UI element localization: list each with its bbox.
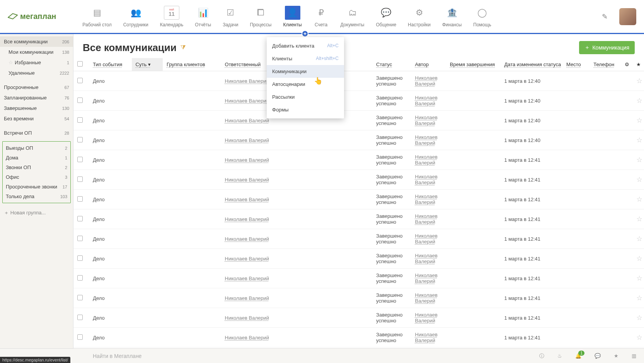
author-link[interactable]: Николаев Валерий [415,134,438,146]
sidebar-item[interactable]: Выезды ОП2 [3,143,70,153]
responsible-link[interactable]: Николаев Валерий [225,236,269,242]
responsible-link[interactable]: Николаев Валерий [225,295,269,301]
star-icon[interactable]: ☆ [636,235,642,243]
col-status[interactable]: Статус [372,58,411,71]
nav-Помощь[interactable]: ◯Помощь [470,4,494,29]
row-checkbox[interactable] [77,78,83,83]
select-all-checkbox[interactable] [77,61,83,67]
responsible-link[interactable]: Николаев Валерий [225,197,269,202]
author-link[interactable]: Николаев Валерий [415,272,438,284]
responsible-link[interactable]: Николаев Валерий [225,177,269,183]
chat-icon[interactable]: 💬 [595,353,601,359]
responsible-link[interactable]: Николаев Валерий [225,276,269,281]
add-communication-button[interactable]: ＋ Коммуникация [579,41,635,54]
sidebar-item[interactable]: Просроченные67 [0,82,73,92]
alert-icon[interactable]: ⓘ [539,353,544,360]
filter-icon[interactable]: ⧩ [181,44,186,51]
sidebar-item[interactable]: Встречи ОП28 [0,128,73,138]
table-row[interactable]: ДелоНиколаев ВалерийЗавершено успешноНик… [73,150,644,170]
responsible-link[interactable]: Николаев Валерий [225,137,269,143]
dropdown-item[interactable]: КлиентыAlt+shift+C [267,52,344,65]
nav-Задачи[interactable]: ☑Задачи [220,4,241,29]
table-row[interactable]: ДелоНиколаев ВалерийЗавершено успешноНик… [73,111,644,130]
edit-icon[interactable]: ✎ [602,12,608,21]
row-checkbox[interactable] [77,236,83,241]
fire-icon[interactable]: ♨ [557,353,562,359]
table-row[interactable]: ДелоНиколаев ВалерийЗавершено успешноНик… [73,288,644,308]
nav-Настройки[interactable]: ⚙Настройки [405,4,434,29]
col-status-date[interactable]: Дата изменения статуса [500,58,562,71]
dropdown-item[interactable]: Рассылки [267,91,344,103]
responsible-link[interactable]: Николаев Валерий [225,78,269,84]
sidebar-item[interactable]: Запланированные76 [0,92,73,103]
table-row[interactable]: ДелоНиколаев ВалерийЗавершено успешноНик… [73,71,644,91]
sidebar-item[interactable]: Офис3 [3,172,70,182]
row-checkbox[interactable] [77,275,83,281]
row-checkbox[interactable] [77,176,83,182]
avatar[interactable] [619,8,636,25]
author-link[interactable]: Николаев Валерий [415,332,438,343]
author-link[interactable]: Николаев Валерий [415,213,438,225]
table-row[interactable]: ДелоНиколаев ВалерийЗавершено успешноНик… [73,328,644,348]
star-icon[interactable]: ☆ [636,156,642,164]
star-icon[interactable]: ☆ [636,116,642,124]
responsible-link[interactable]: Николаев Валерий [225,118,269,123]
author-link[interactable]: Николаев Валерий [415,292,438,304]
book-icon[interactable]: ▥ [632,353,636,359]
table-row[interactable]: ДелоНиколаев ВалерийЗавершено успешноНик… [73,229,644,249]
col-place[interactable]: Место [562,58,589,71]
star-col-icon[interactable]: ★ [632,58,644,71]
row-checkbox[interactable] [77,255,83,261]
nav-plus-badge[interactable]: + [302,30,308,37]
sidebar-add-group[interactable]: ＋ Новая группа... [0,206,73,219]
row-checkbox[interactable] [77,315,83,320]
sidebar-item[interactable]: Только дела103 [3,192,70,201]
nav-Отчёты[interactable]: 📊Отчёты [192,4,214,29]
row-checkbox[interactable] [77,216,83,221]
nav-Счета[interactable]: ₽Счета [310,4,332,29]
table-row[interactable]: ДелоНиколаев ВалерийЗавершено успешноНик… [73,269,644,288]
row-checkbox[interactable] [77,295,83,300]
col-subject[interactable]: Суть ▾ [132,58,163,71]
logo[interactable]: мегаплан [8,12,56,21]
row-checkbox[interactable] [77,98,83,103]
row-checkbox[interactable] [77,334,83,340]
star-icon[interactable]: ☆ [636,97,642,104]
sidebar-item[interactable]: Без времени54 [0,113,73,124]
row-checkbox[interactable] [77,196,83,202]
author-link[interactable]: Николаев Валерий [415,174,438,185]
responsible-link[interactable]: Николаев Валерий [225,157,269,163]
author-link[interactable]: Николаев Валерий [415,115,438,126]
nav-Документы[interactable]: 🗂Документы [337,4,368,29]
sidebar-item[interactable]: Удаленные2222 [0,68,73,78]
author-link[interactable]: Николаев Валерий [415,154,438,166]
col-type[interactable]: Тип события [89,58,131,71]
dropdown-item[interactable]: Автосценарии [267,78,344,91]
responsible-link[interactable]: Николаев Валерий [225,315,269,321]
table-row[interactable]: ДелоНиколаев ВалерийЗавершено успешноНик… [73,209,644,229]
row-checkbox[interactable] [77,137,83,142]
table-row[interactable]: ДелоНиколаев ВалерийЗавершено успешноНик… [73,190,644,209]
sidebar-item[interactable]: Завершенные130 [0,103,73,113]
nav-Общение[interactable]: 💬Общение [373,4,399,29]
author-link[interactable]: Николаев Валерий [415,233,438,245]
star-icon[interactable]: ☆ [636,314,642,322]
responsible-link[interactable]: Николаев Валерий [225,98,269,104]
star-icon[interactable]: ☆ [636,294,642,302]
nav-Клиенты[interactable]: 👤Клиенты [280,4,305,29]
star-icon[interactable]: ☆ [636,77,642,85]
bell-icon[interactable]: 🔔1 [575,353,581,359]
author-link[interactable]: Николаев Валерий [415,312,438,324]
col-finish-time[interactable]: Время завершения [446,58,501,71]
star-icon[interactable]: ☆ [636,215,642,223]
star-icon[interactable]: ☆ [636,255,642,262]
star-icon[interactable]: ☆ [636,195,642,203]
nav-Финансы[interactable]: 🏦Финансы [439,4,465,29]
star-icon[interactable]: ☆ [636,136,642,144]
col-group[interactable]: Группа клиентов [163,58,221,71]
nav-Процессы[interactable]: ⧠Процессы [247,4,274,29]
table-row[interactable]: ДелоНиколаев ВалерийЗавершено успешноНик… [73,249,644,269]
star-footer-icon[interactable]: ★ [614,353,618,359]
row-checkbox[interactable] [77,117,83,123]
star-icon[interactable]: ☆ [636,176,642,183]
